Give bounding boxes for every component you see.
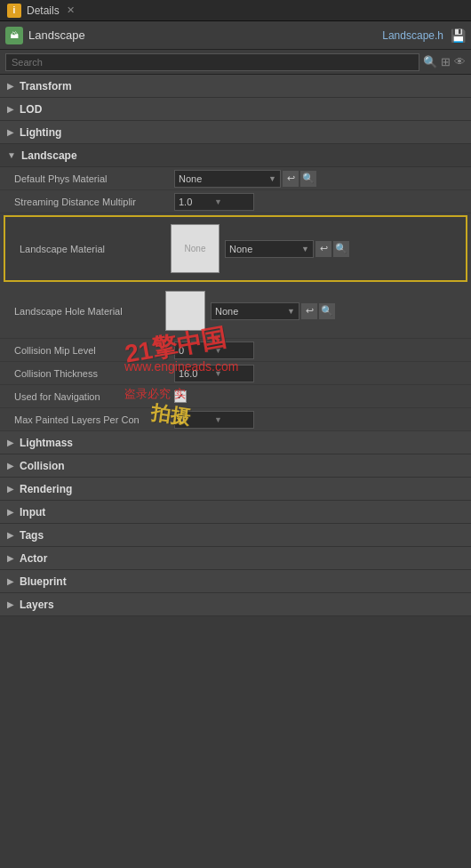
collision-mip-value: 0 ▼ xyxy=(174,342,464,359)
collapse-arrow-lighting: ▶ xyxy=(7,127,14,137)
section-tags[interactable]: ▶ Tags xyxy=(0,524,471,547)
section-transform[interactable]: ▶ Transform xyxy=(0,75,471,98)
panel-title: Details xyxy=(27,4,60,17)
section-layers-label: Layers xyxy=(20,599,54,611)
prop-landscape-hole-material: Landscape Hole Material None ▼ ↩ 🔍 xyxy=(0,284,471,339)
reset-landscape-material-button[interactable]: ↩ xyxy=(315,241,331,257)
prop-collision-thickness: Collision Thickness 16.0 ▼ xyxy=(0,362,471,385)
max-painted-layers-label: Max Painted Layers Per Con xyxy=(14,414,174,425)
search-input[interactable] xyxy=(5,53,419,71)
section-transform-label: Transform xyxy=(20,80,72,92)
dropdown-arrow-hm: ▼ xyxy=(287,307,295,316)
dropdown-arrow: ▼ xyxy=(268,174,276,183)
landscape-hole-material-label: Landscape Hole Material xyxy=(14,306,165,317)
prop-landscape-material: Landscape Material None None ▼ ↩ 🔍 xyxy=(4,215,467,282)
landscape-material-dd-text: None xyxy=(229,244,298,254)
close-button[interactable]: ✕ xyxy=(67,4,75,16)
search-phys-material-button[interactable]: 🔍 xyxy=(300,171,316,187)
landscape-material-controls: None ▼ ↩ 🔍 xyxy=(225,240,459,258)
landscape-hole-material-controls: None ▼ ↩ 🔍 xyxy=(211,302,464,320)
section-lighting-label: Lighting xyxy=(20,126,61,139)
prop-default-phys-material: Default Phys Material None ▼ ↩ 🔍 xyxy=(0,167,471,190)
collapse-arrow-collision: ▶ xyxy=(7,461,14,470)
streaming-distance-value: 1.0 ▼ xyxy=(174,193,464,211)
spin-arrow-mip: ▼ xyxy=(214,346,250,355)
section-landscape-label: Landscape xyxy=(21,149,77,162)
section-rendering[interactable]: ▶ Rendering xyxy=(0,478,471,501)
collision-thickness-input[interactable]: 16.0 ▼ xyxy=(174,365,254,382)
reset-phys-material-button[interactable]: ↩ xyxy=(283,171,299,187)
spin-arrow-thickness: ▼ xyxy=(214,369,250,378)
section-actor-label: Actor xyxy=(20,552,47,565)
file-name: Landscape.h xyxy=(382,29,443,42)
default-phys-material-text: None xyxy=(179,173,265,184)
default-phys-material-dropdown[interactable]: None ▼ xyxy=(174,170,281,188)
title-bar: i Details ✕ xyxy=(0,0,471,21)
max-painted-layers-text: 0 xyxy=(179,414,214,425)
collapse-arrow-blueprint: ▶ xyxy=(7,576,14,586)
section-landscape[interactable]: ▼ Landscape xyxy=(0,144,471,167)
collapse-arrow-layers: ▶ xyxy=(7,599,14,609)
search-landscape-material-button[interactable]: 🔍 xyxy=(333,241,349,257)
prop-streaming-distance: Streaming Distance Multiplir 1.0 ▼ xyxy=(0,190,471,213)
collapse-arrow-landscape: ▼ xyxy=(7,150,16,160)
landscape-properties: Default Phys Material None ▼ ↩ 🔍 Streami… xyxy=(0,167,471,431)
section-rendering-label: Rendering xyxy=(20,483,72,495)
collision-thickness-label: Collision Thickness xyxy=(14,368,174,379)
collision-thickness-value: 16.0 ▼ xyxy=(174,365,464,382)
section-lightmass-label: Lightmass xyxy=(20,437,73,449)
collision-mip-text: 0 xyxy=(179,345,214,356)
prop-max-painted-layers: Max Painted Layers Per Con 0 ▼ xyxy=(0,408,471,431)
used-for-navigation-label: Used for Navigation xyxy=(14,391,174,402)
section-lightmass[interactable]: ▶ Lightmass xyxy=(0,431,471,454)
landscape-material-label: Landscape Material xyxy=(20,244,171,254)
save-icon[interactable]: 💾 xyxy=(451,28,466,43)
collision-mip-input[interactable]: 0 ▼ xyxy=(174,342,254,359)
section-collision-label: Collision xyxy=(20,460,65,472)
collision-thickness-text: 16.0 xyxy=(179,368,214,379)
prop-collision-mip-level: Collision Mip Level 0 ▼ xyxy=(0,339,471,362)
streaming-distance-text: 1.0 xyxy=(179,197,214,207)
search-hole-material-button[interactable]: 🔍 xyxy=(319,303,335,319)
max-painted-layers-value: 0 ▼ xyxy=(174,411,464,429)
landscape-hole-material-thumbnail[interactable] xyxy=(165,291,205,331)
reset-hole-material-button[interactable]: ↩ xyxy=(301,303,317,319)
max-painted-layers-input[interactable]: 0 ▼ xyxy=(174,411,254,429)
section-collision[interactable]: ▶ Collision xyxy=(0,454,471,478)
section-lighting[interactable]: ▶ Lighting xyxy=(0,121,471,144)
section-layers[interactable]: ▶ Layers xyxy=(0,593,471,616)
section-tags-label: Tags xyxy=(20,529,44,542)
section-input-label: Input xyxy=(20,506,45,518)
landscape-actor-icon: 🏔 xyxy=(5,27,23,44)
landscape-name: Landscape xyxy=(28,28,382,42)
landscape-hole-material-dropdown[interactable]: None ▼ xyxy=(211,302,299,320)
landscape-hole-material-dd-text: None xyxy=(215,306,283,317)
default-phys-material-label: Default Phys Material xyxy=(14,173,174,184)
collapse-arrow-lod: ▶ xyxy=(7,104,14,114)
section-actor[interactable]: ▶ Actor xyxy=(0,547,471,570)
visibility-icon[interactable]: 👁 xyxy=(454,55,466,68)
prop-used-for-navigation: Used for Navigation xyxy=(0,385,471,408)
search-icon: 🔍 xyxy=(423,55,437,68)
section-input[interactable]: ▶ Input xyxy=(0,501,471,524)
collapse-arrow-tags: ▶ xyxy=(7,530,14,540)
used-for-navigation-checkbox[interactable] xyxy=(174,390,187,403)
used-for-navigation-value xyxy=(174,390,464,403)
search-bar: 🔍 ⊞ 👁 xyxy=(0,50,471,75)
grid-view-icon[interactable]: ⊞ xyxy=(441,55,451,68)
panel-icon: i xyxy=(7,4,21,18)
dropdown-arrow-lm: ▼ xyxy=(301,245,309,253)
streaming-distance-label: Streaming Distance Multiplir xyxy=(14,197,174,207)
details-panel: i Details ✕ 🏔 Landscape Landscape.h 💾 🔍 … xyxy=(0,0,471,616)
collision-mip-label: Collision Mip Level xyxy=(14,345,174,356)
default-phys-material-value: None ▼ ↩ 🔍 xyxy=(174,170,464,188)
streaming-distance-input[interactable]: 1.0 ▼ xyxy=(174,193,254,211)
section-blueprint[interactable]: ▶ Blueprint xyxy=(0,570,471,593)
landscape-material-dropdown[interactable]: None ▼ xyxy=(225,240,314,258)
header-bar: 🏔 Landscape Landscape.h 💾 xyxy=(0,21,471,50)
section-lod[interactable]: ▶ LOD xyxy=(0,98,471,121)
thumbnail-none-text: None xyxy=(185,244,206,253)
landscape-material-thumbnail[interactable]: None xyxy=(171,224,220,273)
collapse-arrow-lightmass: ▶ xyxy=(7,438,14,447)
collapse-arrow-rendering: ▶ xyxy=(7,484,14,494)
